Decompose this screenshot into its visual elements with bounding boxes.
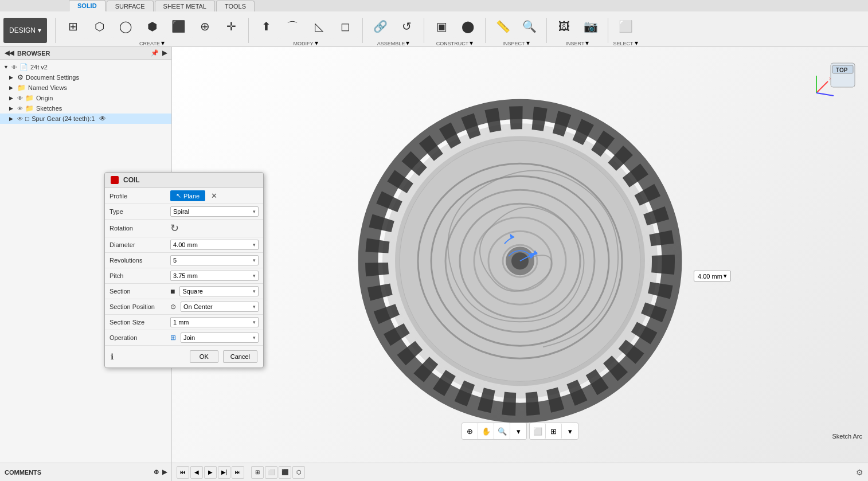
grid-button[interactable]: ⊞ [546, 423, 562, 439]
gear-body [377, 118, 663, 404]
tree-origin[interactable]: ▶ 👁 📁 Origin [0, 93, 171, 103]
tree-origin-label: Origin [36, 95, 53, 101]
pitch-arrow-icon: ▾ [253, 273, 256, 279]
decal-button[interactable]: 📷 [578, 14, 603, 39]
section-size-label: Section Size [110, 319, 167, 326]
create-box-button[interactable]: ⬛ [166, 14, 191, 39]
select-tool-button[interactable]: ⬜ [613, 14, 638, 39]
zoom-button[interactable]: 🔍 [494, 423, 510, 439]
browser-collapse-icon[interactable]: ◀◀ [5, 49, 14, 57]
type-label: Type [110, 208, 167, 215]
diameter-row: Diameter 4.00 mm ▾ [105, 237, 263, 253]
coil-header: COIL [105, 173, 263, 188]
timeline-icon-1[interactable]: ⊞ [251, 466, 264, 479]
insert-label: INSERT [566, 41, 585, 46]
comments-add-icon[interactable]: ⊕ [154, 468, 159, 476]
skip-to-start-button[interactable]: ⏮ [177, 466, 189, 479]
sweep-button[interactable]: ⬢ [139, 14, 165, 39]
type-value: Spiral [173, 208, 189, 215]
insert-image-button[interactable]: 🖼 [552, 14, 577, 39]
press-pull-button[interactable]: ⬆ [253, 14, 279, 39]
pitch-field[interactable]: 3.75 mm ▾ [170, 271, 259, 281]
display-mode-button[interactable]: ⬜ [530, 423, 546, 439]
extrude-button[interactable]: ⬡ [87, 14, 112, 39]
motion-button[interactable]: ↺ [394, 14, 419, 39]
step-forward-button[interactable]: ▶| [218, 466, 230, 479]
sketch-arc-label: Sketch Arc [832, 433, 862, 440]
move-button[interactable]: ✛ [218, 14, 244, 39]
type-select[interactable]: Spiral ▾ [170, 206, 259, 217]
origin-vis-icon[interactable]: 👁 [17, 95, 23, 101]
new-component-button[interactable]: ⊞ [60, 14, 85, 39]
browser-expand-icon[interactable]: ▶ [162, 49, 167, 57]
tree-spur-gear[interactable]: ▶ 👁 □ Spur Gear (24 teeth):1 👁 [0, 114, 171, 124]
dimension-dropdown-icon[interactable]: ▾ [724, 272, 727, 280]
tab-sheet-metal[interactable]: SHEET METAL [155, 1, 215, 11]
tree-root[interactable]: ▼ 👁 📄 24t v2 [0, 62, 171, 72]
design-label: DESIGN [9, 26, 36, 34]
section-select[interactable]: Square ▾ [179, 286, 259, 296]
shell-button[interactable]: ◻ [333, 14, 358, 39]
tab-surface[interactable]: SURFACE [107, 1, 154, 11]
toolbar: SOLID SURFACE SHEET METAL TOOLS DESIGN ▾… [0, 0, 868, 47]
zoom-dropdown[interactable]: ▾ [510, 423, 526, 439]
revolutions-field[interactable]: 5 ▾ [170, 255, 259, 265]
info-icon[interactable]: ℹ [111, 352, 114, 361]
settings-icon[interactable]: ⚙ [856, 468, 863, 477]
svg-line-22 [816, 93, 834, 96]
spur-gear-eye-icon[interactable]: 👁 [99, 115, 106, 123]
visibility-icon[interactable]: 👁 [11, 64, 17, 71]
skip-to-end-button[interactable]: ⏭ [232, 466, 244, 479]
tab-tools[interactable]: TOOLS [216, 1, 255, 11]
select-arrow-icon: ▾ [635, 39, 638, 47]
nav-cube[interactable]: X TOP [811, 58, 857, 104]
rotation-cw-icon[interactable]: ↻ [170, 222, 179, 234]
ok-button[interactable]: OK [190, 350, 218, 363]
mid-plane-button[interactable]: ⬤ [455, 14, 480, 39]
profile-close-icon[interactable]: ✕ [211, 191, 217, 200]
section-analysis-button[interactable]: 🔍 [517, 14, 542, 39]
joint-button[interactable]: 🔗 [367, 14, 393, 39]
pitch-value: 3.75 mm [173, 272, 198, 279]
browser-pin-icon[interactable]: 📌 [151, 49, 159, 57]
bottom-area: COMMENTS ⊕ ▶ ⏮ ◀ ▶ ▶| ⏭ ⊞ ⬜ ⬛ ⬡ ⚙ [0, 463, 868, 481]
timeline-icon-3[interactable]: ⬛ [279, 466, 291, 479]
plane-offset-button[interactable]: ▣ [429, 14, 454, 39]
pan-button[interactable]: ✋ [478, 423, 494, 439]
measure-button[interactable]: 📏 [490, 14, 515, 39]
settings-icon: ⚙ [17, 73, 24, 81]
tree-spur-gear-label: Spur Gear (24 teeth):1 [32, 115, 95, 122]
cylinder-button[interactable]: ⊕ [192, 14, 217, 39]
folder-icon: 📁 [17, 84, 26, 92]
tab-solid[interactable]: SOLID [69, 0, 105, 11]
diameter-field[interactable]: 4.00 mm ▾ [170, 240, 259, 250]
timeline-icon-2[interactable]: ⬜ [265, 466, 277, 479]
section-position-select[interactable]: On Center ▾ [181, 302, 259, 312]
revolutions-arrow-icon: ▾ [253, 257, 256, 263]
step-back-button[interactable]: ◀ [190, 466, 203, 479]
orbit-controls: ⊕ ✋ 🔍 ▾ [462, 423, 527, 440]
orbit-button[interactable]: ⊕ [462, 423, 478, 439]
view-dropdown[interactable]: ▾ [562, 423, 578, 439]
timeline-icon-4[interactable]: ⬡ [292, 466, 305, 479]
viewport[interactable]: 4.00 mm ▾ X TOP ⊕ ✋ 🔍 [172, 47, 868, 463]
plane-button[interactable]: ↖ Plane [170, 190, 205, 201]
fillet-button[interactable]: ⌒ [280, 14, 305, 39]
coil-dialog: COIL Profile ↖ Plane ✕ Type Spiral ▾ Rot… [104, 172, 264, 368]
operation-select[interactable]: Join ▾ [181, 333, 259, 343]
pitch-row: Pitch 3.75 mm ▾ [105, 268, 263, 284]
chamfer-button[interactable]: ◺ [306, 14, 331, 39]
spur-gear-vis-icon[interactable]: 👁 [17, 116, 23, 122]
play-button[interactable]: ▶ [204, 466, 217, 479]
view-controls: ⬜ ⊞ ▾ [529, 423, 578, 440]
tree-named-views[interactable]: ▶ 📁 Named Views [0, 83, 171, 93]
tree-doc-settings[interactable]: ▶ ⚙ Document Settings [0, 72, 171, 83]
design-button[interactable]: DESIGN ▾ [3, 18, 47, 43]
comments-expand-icon[interactable]: ▶ [162, 468, 167, 476]
section-size-field[interactable]: 1 mm ▾ [170, 317, 259, 327]
revolve-button[interactable]: ◯ [113, 14, 138, 39]
cancel-button[interactable]: Cancel [223, 350, 257, 363]
profile-label: Profile [110, 193, 167, 200]
tree-sketches[interactable]: ▶ 👁 📁 Sketches [0, 103, 171, 114]
sketches-vis-icon[interactable]: 👁 [17, 105, 23, 112]
